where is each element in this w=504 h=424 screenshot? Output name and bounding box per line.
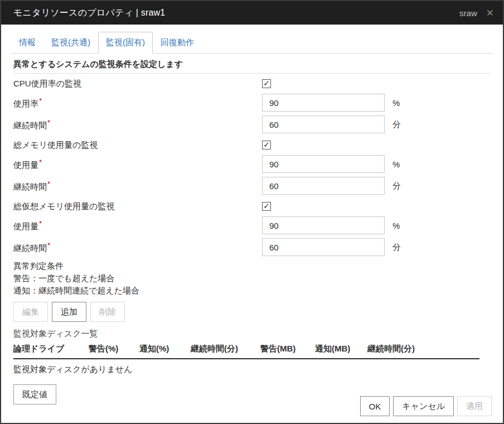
usage-rate-label: 使用率 xyxy=(13,97,262,109)
close-icon[interactable]: ✕ xyxy=(486,8,494,18)
disk-table-header-row: 論理ドライブ 警告(%) 通知(%) 継続時間(分) 警告(MB) 通知(MB)… xyxy=(13,340,479,359)
unit-label: 分 xyxy=(392,242,401,253)
virtual-memory-usage-input[interactable] xyxy=(262,216,385,234)
memory-usage-monitor-checkbox[interactable]: ✓ xyxy=(262,141,271,150)
tab-monitor-common[interactable]: 監視(共通) xyxy=(43,32,98,54)
virtual-memory-monitor-checkbox[interactable]: ✓ xyxy=(262,202,271,211)
dialog-title: モニタリソースのプロパティ | sraw1 xyxy=(13,7,459,19)
disk-table-empty-message: 監視対象ディスクがありません xyxy=(13,359,491,375)
column-warning-mb: 警告(MB) xyxy=(260,340,315,359)
virtual-memory-usage-row: 使用量 % xyxy=(13,216,491,234)
titlebar: モニタリソースのプロパティ | sraw1 sraw ✕ xyxy=(1,1,503,25)
unit-label: 分 xyxy=(392,119,401,130)
virtual-memory-monitor-row: 総仮想メモリ使用量の監視 ✓ xyxy=(13,199,491,214)
monitor-resource-properties-dialog: モニタリソースのプロパティ | sraw1 sraw ✕ 情報 監視(共通) 監… xyxy=(0,0,504,424)
unit-label: % xyxy=(392,221,400,230)
duration-label: 継続時間 xyxy=(13,180,262,192)
resource-type-label: sraw xyxy=(459,8,477,18)
cpu-usage-monitor-row: CPU使用率の監視 ✓ xyxy=(13,76,491,91)
edit-button[interactable]: 編集 xyxy=(13,302,48,322)
section-divider xyxy=(13,73,491,74)
cpu-duration-input[interactable] xyxy=(262,115,385,133)
column-logical-drive: 論理ドライブ xyxy=(13,340,89,359)
duration-label: 継続時間 xyxy=(13,118,262,131)
cpu-usage-monitor-checkbox[interactable]: ✓ xyxy=(262,79,271,88)
section-header: 異常とするシステムの監視条件を設定します xyxy=(13,59,491,73)
unit-label: % xyxy=(392,160,400,169)
memory-usage-input[interactable] xyxy=(262,155,385,173)
cpu-usage-rate-input[interactable] xyxy=(262,94,385,112)
memory-usage-monitor-row: 総メモリ使用量の監視 ✓ xyxy=(13,137,491,153)
condition-note-notice: 通知：継続時間連続で超えた場合 xyxy=(13,285,491,297)
tab-monitor-special[interactable]: 監視(固有) xyxy=(98,32,153,54)
cpu-duration-row: 継続時間 分 xyxy=(13,115,491,133)
column-warning-percent: 警告(%) xyxy=(89,340,139,359)
memory-usage-monitor-label: 総メモリ使用量の監視 xyxy=(13,140,262,151)
cpu-usage-monitor-label: CPU使用率の監視 xyxy=(13,79,262,89)
tab-info[interactable]: 情報 xyxy=(11,32,43,54)
add-button[interactable]: 追加 xyxy=(52,302,86,322)
memory-duration-row: 継続時間 分 xyxy=(13,177,491,195)
checkmark-icon: ✓ xyxy=(263,141,270,148)
checkmark-icon: ✓ xyxy=(263,79,270,87)
usage-amount-label: 使用量 xyxy=(13,219,262,232)
tab-content: 異常とするシステムの監視条件を設定します CPU使用率の監視 ✓ 使用率 % 継… xyxy=(1,54,503,404)
delete-button[interactable]: 削除 xyxy=(90,302,125,322)
apply-button[interactable]: 適用 xyxy=(457,396,492,416)
condition-note: 異常判定条件 警告：一度でも超えた場合 通知：継続時間連続で超えた場合 xyxy=(13,260,491,297)
column-duration-min-2: 継続時間(分) xyxy=(367,340,479,359)
memory-duration-input[interactable] xyxy=(262,177,385,195)
condition-note-warning: 警告：一度でも超えた場合 xyxy=(13,272,491,285)
column-notice-percent: 通知(%) xyxy=(139,340,191,359)
duration-label: 継続時間 xyxy=(13,241,262,254)
disk-list-title: 監視対象ディスク一覧 xyxy=(13,329,491,339)
ok-button[interactable]: OK xyxy=(360,396,390,416)
cpu-usage-rate-row: 使用率 % xyxy=(13,94,491,112)
disk-table: 論理ドライブ 警告(%) 通知(%) 継続時間(分) 警告(MB) 通知(MB)… xyxy=(13,340,479,359)
condition-note-title: 異常判定条件 xyxy=(13,260,491,272)
column-notice-mb: 通知(MB) xyxy=(315,340,367,359)
tab-bar: 情報 監視(共通) 監視(固有) 回復動作 xyxy=(11,32,493,54)
column-duration-min-1: 継続時間(分) xyxy=(191,340,260,359)
unit-label: 分 xyxy=(392,181,401,191)
disk-list-actions: 編集 追加 削除 xyxy=(13,302,491,322)
virtual-memory-duration-row: 継続時間 分 xyxy=(13,238,491,256)
virtual-memory-monitor-label: 総仮想メモリ使用量の監視 xyxy=(13,201,262,212)
virtual-memory-duration-input[interactable] xyxy=(262,238,385,256)
usage-amount-label: 使用量 xyxy=(13,158,262,171)
cancel-button[interactable]: キャンセル xyxy=(393,396,454,416)
unit-label: % xyxy=(392,98,400,108)
memory-usage-row: 使用量 % xyxy=(13,155,491,173)
footer-actions: OK キャンセル 適用 xyxy=(357,396,492,416)
tab-recovery-action[interactable]: 回復動作 xyxy=(153,32,202,54)
checkmark-icon: ✓ xyxy=(263,202,270,210)
default-values-button[interactable]: 既定値 xyxy=(13,384,56,404)
